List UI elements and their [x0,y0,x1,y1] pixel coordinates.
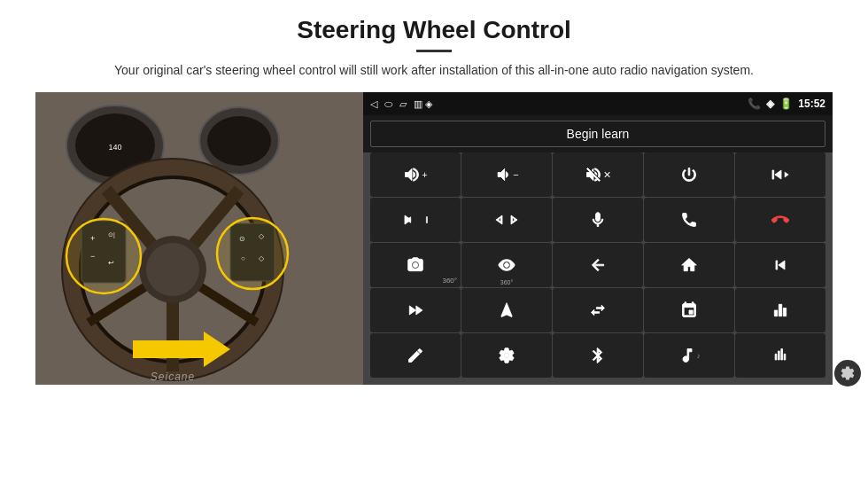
audio-bars-button[interactable] [735,333,825,378]
svg-text:Seicane: Seicane [151,371,195,383]
status-bar: ◁ ⬭ ▱ ▥ ◈ 📞 ◈ 🔋 15:52 [363,92,833,115]
status-left: ◁ ⬭ ▱ ▥ ◈ [370,98,432,110]
home-nav-icon: ⬭ [384,98,392,110]
skip-back-button[interactable] [735,243,825,287]
steering-wheel-image: 140 [35,92,363,385]
svg-point-27 [217,218,288,289]
content-area: 140 [35,92,833,385]
vol-down-button[interactable]: − [461,152,552,197]
vol-up-button[interactable]: + [370,152,461,197]
camera-button[interactable]: 360° [370,243,461,287]
clock: 15:52 [798,98,825,110]
svg-text:140: 140 [108,143,121,152]
page-title: Steering Wheel Control [35,16,833,44]
battery-icon: 🔋 [779,98,793,110]
status-right: 📞 ◈ 🔋 15:52 [748,98,825,110]
title-divider [416,50,452,52]
wifi-icon: ◈ [766,98,774,110]
settings-button[interactable] [461,333,552,378]
svg-point-5 [207,116,271,166]
bluetooth-button[interactable] [553,333,643,378]
back-nav-icon: ◁ [370,98,377,110]
pen-button[interactable] [370,333,461,378]
vol-mute-button[interactable]: ✕ [553,152,643,197]
signal-icon: ▥ ◈ [414,98,432,110]
svg-point-31 [505,354,509,358]
equalizer-button[interactable] [735,288,825,332]
control-panel: ◁ ⬭ ▱ ▥ ◈ 📞 ◈ 🔋 15:52 Begin learn [363,92,833,385]
call-button[interactable] [644,198,734,242]
end-call-button[interactable] [735,198,825,242]
begin-learn-row: Begin learn [363,115,833,152]
settings-gear-button[interactable] [834,360,861,386]
svg-point-30 [413,262,417,267]
music-button[interactable]: ♪ [644,333,734,378]
navigate-button[interactable] [461,288,552,332]
controls-grid: + − ✕ [363,152,833,385]
power-button[interactable] [644,152,734,197]
steering-wheel-svg: 140 [35,92,363,385]
begin-learn-button[interactable]: Begin learn [370,121,825,147]
next-track-button[interactable] [370,198,461,242]
svg-point-26 [66,219,141,293]
next-skip-button[interactable] [461,198,552,242]
record-button[interactable] [644,288,734,332]
fast-forward-button[interactable] [370,288,461,332]
mic-button[interactable] [553,198,643,242]
swap-button[interactable] [553,288,643,332]
svg-point-15 [146,243,199,296]
home-button[interactable] [644,243,734,287]
back-button[interactable] [553,243,643,287]
page-subtitle: Your original car's steering wheel contr… [35,61,833,80]
prev-track-button[interactable] [735,152,825,197]
360-view-button[interactable]: 360° [461,243,552,287]
recents-nav-icon: ▱ [399,98,407,110]
phone-icon: 📞 [748,98,761,110]
